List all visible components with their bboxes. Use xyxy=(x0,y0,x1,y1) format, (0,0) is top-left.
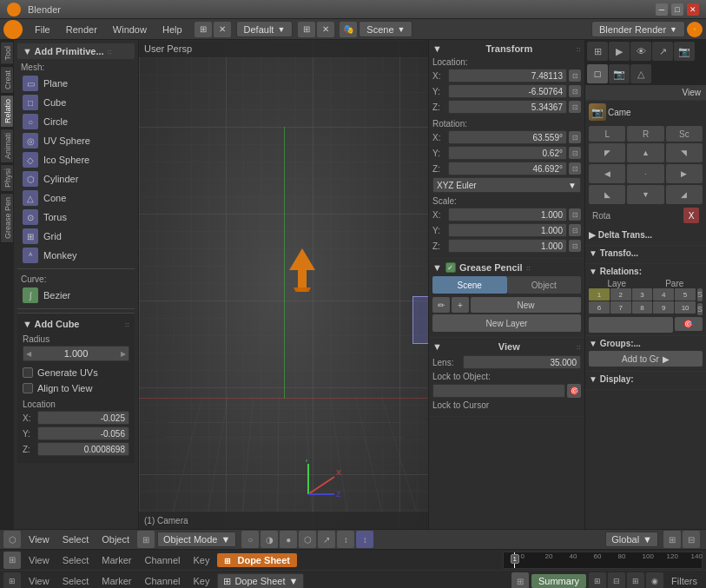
vtab-physics[interactable]: Physi xyxy=(0,164,14,192)
primitive-plane[interactable]: ▭ Plane xyxy=(17,74,135,93)
gp-new-button[interactable]: New xyxy=(471,297,581,313)
blender-info-icon[interactable]: 🔸 xyxy=(687,22,703,37)
layer-scene-btn[interactable]: S xyxy=(697,288,703,301)
scene-close-icon[interactable]: ✕ xyxy=(317,22,334,37)
scale-z-field[interactable]: 1.000 xyxy=(448,239,567,253)
close-button[interactable]: ✕ xyxy=(687,3,699,16)
minimize-button[interactable]: ─ xyxy=(656,3,668,16)
location-y-field[interactable]: -0.056 xyxy=(37,426,129,440)
lens-field[interactable]: 35.000 xyxy=(463,355,581,369)
global-dropdown[interactable]: Global ▼ xyxy=(605,532,658,547)
rot-y-field[interactable]: 0.62° xyxy=(448,146,567,160)
lock-object-pick-btn[interactable]: 🎯 xyxy=(567,384,581,398)
align-to-view-checkbox[interactable] xyxy=(23,383,33,393)
nudge-6[interactable]: ▶ xyxy=(666,164,703,183)
tl-ft-icon-1[interactable]: ⊞ xyxy=(3,572,21,588)
fr-icon-3[interactable]: 👁 xyxy=(630,42,651,61)
scene-icon[interactable]: 🎭 xyxy=(340,22,357,37)
relations-header[interactable]: ▼ Relations: xyxy=(589,267,703,276)
layer-cell-7[interactable]: 7 xyxy=(610,301,631,314)
vtab-relations[interactable]: Relatio xyxy=(0,95,14,128)
tl-marker-menu[interactable]: Marker xyxy=(96,553,136,567)
primitive-uvsphere[interactable]: ◎ UV Sphere xyxy=(17,131,135,150)
layout-icon[interactable]: ⊞ xyxy=(195,22,212,37)
primitive-cube[interactable]: □ Cube xyxy=(17,93,135,112)
radius-field[interactable]: 1.000 xyxy=(23,346,129,361)
nudge-3[interactable]: ◥ xyxy=(666,143,703,162)
summary-button[interactable]: Summary xyxy=(531,574,586,588)
tl-channel-menu[interactable]: Channel xyxy=(139,553,185,567)
loc-y-copy[interactable]: ⊡ xyxy=(569,85,581,97)
fr-icon-camera2[interactable]: 📷 xyxy=(609,64,630,83)
vtab-tool[interactable]: Tool xyxy=(0,42,14,65)
vtab-create[interactable]: Creat xyxy=(0,66,14,94)
bt-manip-icon-2[interactable]: ↕ xyxy=(356,531,373,548)
vtab-animation[interactable]: Animati xyxy=(0,129,14,163)
layer-cell-10[interactable]: 10 xyxy=(675,301,696,314)
rot-x-field[interactable]: 63.559° xyxy=(448,130,567,144)
bt-viewport-shading-2[interactable]: ◑ xyxy=(261,531,278,548)
location-z-field[interactable]: 0.0008698 xyxy=(37,442,129,456)
scale-x-copy[interactable]: ⊡ xyxy=(569,208,581,221)
scale-y-field[interactable]: 1.000 xyxy=(448,223,567,237)
tl-ft-icon-group-1[interactable]: ⊞ xyxy=(511,572,529,588)
fr-icon-tri[interactable]: △ xyxy=(630,64,651,83)
tl-ft-marker[interactable]: Marker xyxy=(96,574,136,588)
bt-viewport-shading-4[interactable]: ⬡ xyxy=(299,531,316,548)
grease-pencil-header[interactable]: ▼ ✓ Grease Pencil :: xyxy=(432,262,581,273)
view-header[interactable]: ▼ View :: xyxy=(432,341,581,352)
primitive-cone[interactable]: △ Cone xyxy=(17,188,135,208)
render-engine-dropdown[interactable]: Blender Render ▼ xyxy=(591,21,685,37)
tl-view-menu[interactable]: View xyxy=(23,553,55,567)
object-mode-dropdown[interactable]: Object Mode ▼ xyxy=(157,532,236,547)
generate-uvs-row[interactable]: Generate UVs xyxy=(23,365,129,380)
gp-scene-tab[interactable]: Scene xyxy=(432,276,507,294)
bt-right-icon-2[interactable]: ⊟ xyxy=(683,531,700,548)
primitive-torus[interactable]: ⊙ Torus xyxy=(17,208,135,227)
scene-add-icon[interactable]: ⊞ xyxy=(298,22,315,37)
bt-select-menu[interactable]: Select xyxy=(57,532,95,546)
tl-ft-right-4[interactable]: ◉ xyxy=(646,572,663,588)
tl-ft-right-3[interactable]: ⊞ xyxy=(627,572,644,588)
tl-ft-right-1[interactable]: ⊞ xyxy=(589,572,606,588)
menu-file[interactable]: File xyxy=(28,23,57,36)
maximize-button[interactable]: □ xyxy=(671,3,683,16)
delta-transform-header[interactable]: ▶ Delta Trans... xyxy=(589,230,703,240)
bt-object-menu[interactable]: Object xyxy=(96,532,135,546)
layout-dropdown[interactable]: Default ▼ xyxy=(236,21,294,37)
tl-ft-view[interactable]: View xyxy=(23,574,55,588)
rot-z-field[interactable]: 46.692° xyxy=(448,162,567,175)
groups-header[interactable]: ▼ Groups:... xyxy=(589,339,703,348)
loc-y-field[interactable]: -6.50764 xyxy=(448,84,567,98)
primitive-monkey[interactable]: ᴬ Monkey xyxy=(17,246,135,265)
nudge-7[interactable]: ◣ xyxy=(589,185,625,204)
location-x-field[interactable]: -0.025 xyxy=(37,411,129,425)
bt-view-menu[interactable]: View xyxy=(23,532,55,546)
parent-field[interactable] xyxy=(589,317,673,333)
fr-icon-5[interactable]: 📷 xyxy=(674,42,695,61)
add-to-group-btn[interactable]: Add to Gr ▶ xyxy=(589,351,703,367)
tl-ft-key[interactable]: Key xyxy=(188,574,214,588)
loc-z-copy[interactable]: ⊡ xyxy=(569,101,581,113)
layer-cell-1[interactable]: 1 xyxy=(589,288,610,301)
gp-new-layer-button[interactable]: New Layer xyxy=(432,314,581,332)
blender-logo-small[interactable] xyxy=(3,20,23,39)
bt-manip-icon[interactable]: ↕ xyxy=(337,531,354,548)
bt-right-icon-1[interactable]: ⊞ xyxy=(663,531,681,548)
nudge-9[interactable]: ◢ xyxy=(666,185,703,204)
display-header[interactable]: ▼ Display: xyxy=(589,374,703,384)
tl-ft-select[interactable]: Select xyxy=(57,574,95,588)
nudge-8[interactable]: ▼ xyxy=(627,185,663,204)
gp-pencil-icon[interactable]: ✏ xyxy=(432,297,450,313)
lock-object-field[interactable] xyxy=(432,384,565,398)
primitive-circle[interactable]: ○ Circle xyxy=(17,112,135,131)
tl-icon-1[interactable]: ⊞ xyxy=(3,552,21,569)
nudge-2[interactable]: ▲ xyxy=(627,143,663,162)
fr-icon-cube[interactable]: □ xyxy=(587,64,608,83)
generate-uvs-checkbox[interactable] xyxy=(23,367,33,378)
gp-add-icon[interactable]: + xyxy=(452,297,469,313)
primitive-bezier[interactable]: ∫ Bezier xyxy=(17,286,135,305)
layer-cell-3[interactable]: 3 xyxy=(632,288,653,301)
primitive-icosphere[interactable]: ◇ Ico Sphere xyxy=(17,150,135,169)
dope-sheet-dropdown[interactable]: ⊞ Dope Sheet ▼ xyxy=(217,573,304,588)
